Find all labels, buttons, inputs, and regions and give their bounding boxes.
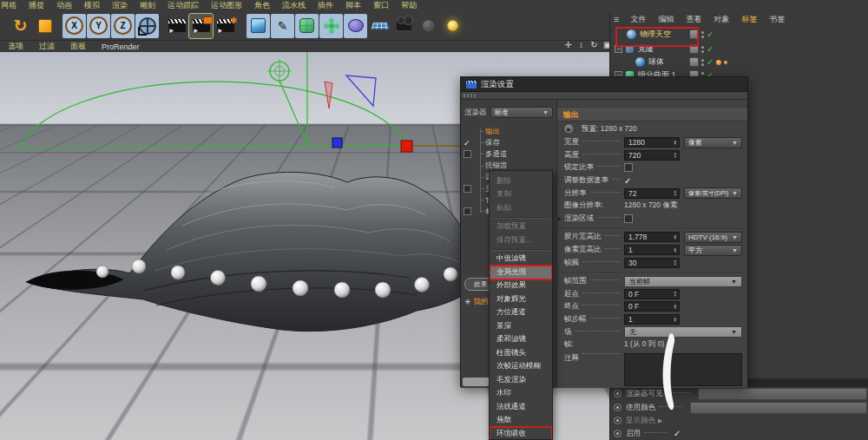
add-cube-button[interactable] [247, 14, 270, 38]
menu-item-次帧运动模糊[interactable]: 次帧运动模糊 [490, 360, 552, 374]
menu-流水线[interactable]: 流水线 [276, 0, 312, 11]
light-button[interactable] [417, 14, 440, 38]
menu-item-全局光照[interactable]: 全局光照 [490, 266, 552, 279]
clone-sphere[interactable] [293, 280, 308, 296]
scale-tool-icon[interactable] [33, 14, 56, 38]
cycle-select[interactable]: 当前帧▼ [624, 276, 742, 287]
menu-插件[interactable]: 插件 [312, 0, 339, 11]
checkbox-icon[interactable] [464, 207, 471, 215]
menu-脚本[interactable]: 脚本 [339, 0, 367, 11]
settings-nav-多通道[interactable]: 多通道 [461, 148, 556, 160]
rotate-tool-icon[interactable]: ↻ [9, 14, 32, 38]
stepper-icon[interactable]: ▲▼ [674, 234, 677, 240]
hamburger-icon[interactable]: ≡ [614, 14, 619, 24]
number-input[interactable]: 30▲▼ [624, 258, 680, 268]
stepper-icon[interactable]: ▲▼ [674, 140, 677, 146]
menu-item-法线通道[interactable]: 法线通道 [490, 400, 552, 414]
checkbox-icon[interactable] [464, 150, 471, 158]
stepper-icon[interactable]: ▲▼ [674, 247, 677, 253]
number-input[interactable]: 1▲▼ [624, 314, 680, 325]
preset-expand-icon[interactable]: ▶ [563, 123, 575, 135]
layer-box-icon[interactable] [689, 57, 699, 67]
dropdown-select[interactable]: 像素/英寸(DPI)▼ [684, 187, 742, 199]
edit-render-settings-button[interactable]: ✱ [214, 14, 237, 38]
menu-item-外部效果[interactable]: 外部效果 [490, 279, 552, 293]
attr-dropdown-bar[interactable] [690, 402, 867, 414]
dropdown-select[interactable]: 像素▼ [684, 137, 742, 148]
clone-sphere[interactable] [251, 276, 266, 292]
keyframe-circle-icon[interactable] [614, 430, 621, 437]
stepper-icon[interactable]: ▲▼ [674, 190, 677, 196]
number-input[interactable]: 1.778▲▼ [624, 232, 680, 242]
zoom-icon[interactable]: ↕ [575, 41, 587, 49]
red-handle[interactable] [401, 141, 412, 152]
mograph-button[interactable] [319, 14, 343, 38]
om-menu-标签[interactable]: 标签 [735, 14, 763, 25]
menu-item-方位通道[interactable]: 方位通道 [490, 306, 552, 320]
camera-button[interactable] [392, 14, 416, 38]
pan-icon[interactable]: ✛ [562, 41, 574, 49]
menu-item-焦散[interactable]: 焦散 [490, 414, 552, 428]
settings-nav-输出[interactable]: 输出 [461, 126, 556, 137]
checkbox-icon[interactable] [464, 185, 471, 193]
keyframe-circle-icon[interactable] [614, 417, 621, 424]
subdivision-surface-button[interactable] [295, 14, 319, 38]
floor-button[interactable] [368, 14, 391, 38]
viewport-menu-ProRender[interactable]: ProRender [94, 43, 148, 51]
checkmark-icon[interactable]: ✓ [464, 139, 470, 148]
enabled-check-icon[interactable]: ✓ [707, 58, 713, 67]
render-picture-viewer-button[interactable] [189, 14, 213, 38]
clone-sphere[interactable] [415, 278, 430, 292]
checkbox-checked-icon[interactable]: ✓ [624, 176, 631, 186]
number-input[interactable]: 1▲▼ [624, 245, 680, 255]
pen-tool-button[interactable]: ✎ [271, 14, 294, 38]
menu-item-水印[interactable]: 水印 [490, 387, 552, 401]
keyframe-circle-icon[interactable] [614, 390, 621, 397]
viewport-menu-过滤[interactable]: 过滤 [31, 41, 62, 52]
menu-item-中值滤镜[interactable]: 中值滤镜 [490, 253, 552, 266]
coordinate-system-icon[interactable] [135, 14, 159, 38]
deformer-button[interactable] [344, 14, 367, 38]
enabled-check-icon[interactable]: ✓ [707, 45, 713, 54]
menu-item-环境吸收[interactable]: 环境吸收 [490, 427, 552, 440]
stepper-icon[interactable]: ▲▼ [674, 317, 677, 323]
clone-sphere[interactable] [375, 282, 391, 298]
om-menu-对象[interactable]: 对象 [707, 14, 735, 25]
lock-y-button[interactable]: Y [87, 14, 110, 38]
clone-sphere[interactable] [211, 271, 226, 286]
visibility-dots-icon[interactable] [701, 59, 704, 66]
menu-item-柱面镜头[interactable]: 柱面镜头 [490, 346, 552, 360]
number-input[interactable]: 0 F▲▼ [624, 301, 680, 312]
lock-z-button[interactable]: Z [111, 14, 135, 38]
om-menu-编辑[interactable]: 编辑 [652, 14, 680, 25]
object-row-球体[interactable]: 球体✓ [610, 56, 868, 69]
attr-dropdown-bar[interactable] [698, 388, 868, 400]
menu-item-毛发渲染[interactable]: 毛发渲染 [490, 373, 552, 387]
rotate-view-icon[interactable]: ↻ [589, 41, 600, 49]
clone-sphere[interactable] [132, 259, 146, 273]
stepper-icon[interactable]: ▲▼ [674, 304, 677, 310]
render-view-button[interactable] [165, 14, 188, 38]
settings-nav-保存[interactable]: ✓保存 [461, 137, 556, 148]
light-on-button[interactable] [441, 14, 464, 38]
menu-捕捉[interactable]: 捕捉 [23, 0, 50, 11]
clone-sphere[interactable] [444, 267, 457, 281]
dialog-titlebar[interactable]: 渲染设置 [461, 77, 747, 92]
menu-动画[interactable]: 动画 [50, 0, 78, 11]
menu-窗口[interactable]: 窗口 [367, 0, 395, 11]
visibility-dots-icon[interactable] [701, 31, 704, 38]
renderer-select[interactable]: 标准▼ [490, 107, 554, 118]
dialog-grip[interactable] [461, 92, 747, 100]
clone-sphere[interactable] [334, 282, 350, 298]
dropdown-select[interactable]: HDTV (16:9)▼ [684, 232, 742, 243]
menu-渲染[interactable]: 渲染 [106, 0, 134, 11]
checkbox-icon[interactable] [624, 163, 633, 172]
enabled-check-icon[interactable]: ✓ [707, 30, 713, 39]
menu-运动跟踪[interactable]: 运动跟踪 [161, 0, 205, 11]
checkbox-icon[interactable] [624, 214, 633, 223]
menu-item-对象辉光[interactable]: 对象辉光 [490, 292, 552, 306]
expand-marker-icon[interactable]: ▸ [558, 215, 562, 222]
tag-dot-icon[interactable] [724, 61, 727, 64]
menu-运动图形[interactable]: 运动图形 [205, 0, 248, 11]
om-menu-文件[interactable]: 文件 [624, 14, 652, 25]
